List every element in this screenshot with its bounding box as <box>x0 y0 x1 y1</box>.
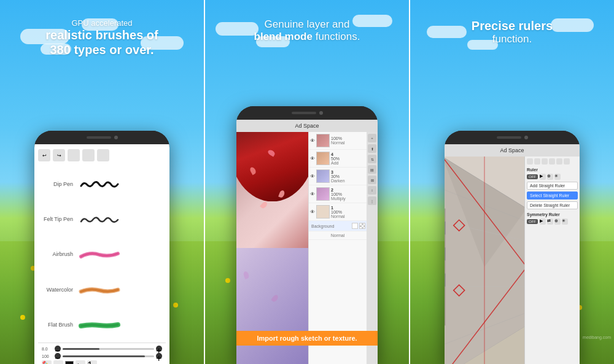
speaker <box>87 136 111 139</box>
si4[interactable]: ✳ <box>562 219 568 225</box>
ri2[interactable]: ⊕ <box>547 174 553 180</box>
ri1[interactable]: ▶ <box>540 174 546 180</box>
layer-info: 2 100% Multiply <box>331 188 365 201</box>
panel2-content: Genuine layer andblend mode functions. A… <box>205 18 409 364</box>
brush-stroke-flat <box>78 320 166 330</box>
brush-name: Airbrush <box>38 251 78 257</box>
layer-row-2[interactable]: 👁 2 100% Multiply <box>309 185 367 203</box>
layer-info: 1 100% Normal <box>331 206 365 219</box>
brush-stroke-dip <box>78 179 166 189</box>
symmetry-section-label: Symmetry Ruler <box>527 212 578 217</box>
list-item: Airbrush <box>38 247 166 261</box>
undo-icon[interactable]: ↩ <box>38 149 50 161</box>
brush-name: Felt Tip Pen <box>38 216 78 222</box>
ruler-menu-item-add[interactable]: Add Straight Ruler <box>527 182 578 190</box>
layer-mode: Multiply <box>331 196 365 201</box>
tool-c[interactable]: ⇅ <box>368 155 376 163</box>
ad-space-label-2: Ad Space <box>236 120 378 132</box>
caption-small: GPU accelerated <box>45 18 158 28</box>
symmetry-icons: ▶ ⇄ ⊕ ✳ <box>540 219 568 225</box>
rtool5[interactable] <box>556 158 562 165</box>
ruler-icons: ▶ ⊕ ✳ <box>540 174 561 180</box>
color-swatch[interactable] <box>65 361 74 364</box>
ri3[interactable]: ✳ <box>554 174 561 180</box>
layer-row-4[interactable]: 👁 4 50% Add <box>309 150 367 168</box>
layer-row-bg[interactable]: Background <box>309 221 367 231</box>
size-fill <box>63 348 99 350</box>
eye-icon[interactable]: 👁 <box>310 174 315 179</box>
panel2-caption: Genuine layer andblend mode functions. <box>248 18 367 43</box>
rtool2[interactable] <box>534 158 540 165</box>
brush-toolbar: ↩ ↪ <box>38 149 166 161</box>
rtool6[interactable] <box>564 158 570 165</box>
background-label: Background <box>311 224 351 228</box>
eye-icon[interactable]: 👁 <box>310 156 315 161</box>
si1[interactable]: ▶ <box>540 219 546 225</box>
list-item: Felt Tip Pen <box>38 212 166 226</box>
symmetry-off-label[interactable]: OFF <box>527 219 538 224</box>
panel1-content: GPU accelerated realistic brushes of380 … <box>0 18 204 364</box>
opacity-track[interactable] <box>63 355 154 357</box>
caption-large-3: Precise rulers <box>472 18 553 33</box>
panel-rulers: Precise rulers function. Ad Space <box>410 0 614 364</box>
eye-icon[interactable]: 👁 <box>310 138 315 144</box>
tool-e[interactable]: ⊠ <box>368 176 376 184</box>
phone-screen-1: ↩ ↪ Dip Pen <box>34 144 169 364</box>
layer-row-normal: Normal <box>309 231 367 240</box>
tool-3[interactable] <box>68 149 80 161</box>
opacity-fill <box>63 355 145 357</box>
slider-plus[interactable]: + <box>156 346 162 352</box>
eye-icon[interactable]: 👁 <box>310 209 315 215</box>
eye-icon[interactable]: 👁 <box>310 192 315 197</box>
ruler-main <box>445 157 524 364</box>
rtool4[interactable] <box>549 158 555 165</box>
redo-icon[interactable]: ↪ <box>53 149 65 161</box>
layer-tool[interactable]: 1 <box>87 360 97 364</box>
opacity-slider-row: 100 − + <box>42 353 162 359</box>
layer-thumbnail <box>316 134 330 147</box>
camera <box>114 136 118 139</box>
tool-f[interactable]: ↕ <box>368 186 376 195</box>
tool-d[interactable]: ▤ <box>368 165 376 174</box>
layer-row-top[interactable]: 👁 100% Normal <box>309 132 367 150</box>
slider-plus2[interactable]: + <box>156 353 162 359</box>
svg-rect-11 <box>445 222 445 234</box>
layer-thumbnail <box>316 169 330 183</box>
layer-row-3[interactable]: 👁 3 30% Darken <box>309 168 367 185</box>
add-layer-tool[interactable]: + <box>368 134 376 142</box>
rtool1[interactable] <box>527 158 533 165</box>
ruler-off-label[interactable]: OFF <box>527 174 538 179</box>
layer-thumbnail <box>316 187 330 201</box>
tool-4[interactable] <box>82 149 95 161</box>
ruler-menu-item-delete[interactable]: Delete Straight Ruler <box>527 201 578 209</box>
caption-large: realistic brushes of380 types or over. <box>45 28 158 57</box>
divider-2 <box>409 0 410 364</box>
rtool3[interactable] <box>542 158 548 165</box>
phone-top-bar-3 <box>445 131 580 144</box>
bottom-tools: ✏️ ↓ 1 <box>42 360 162 364</box>
import-banner: Import rough sketch or texture. <box>236 331 378 346</box>
slider-minus[interactable]: − <box>55 346 61 352</box>
tool-b[interactable]: ⬆ <box>368 144 376 153</box>
petal <box>243 271 250 279</box>
layer-row-1[interactable]: 👁 1 100% Normal <box>309 203 367 221</box>
layer-pct: 100% <box>331 192 365 196</box>
panel3-content: Precise rulers function. Ad Space <box>410 18 614 364</box>
list-item: Flat Brush <box>38 318 166 331</box>
brush-list: Dip Pen Felt Tip Pen <box>38 166 166 343</box>
ruler-menu-item-select[interactable]: Select Straight Ruler <box>527 192 578 199</box>
size-track[interactable] <box>63 348 154 350</box>
tool-5[interactable] <box>97 149 109 161</box>
fill-tool[interactable]: ↓ <box>76 360 85 364</box>
list-item: Watercolor <box>38 283 166 296</box>
si2[interactable]: ⇄ <box>547 219 553 225</box>
anime-artwork-bottom <box>236 248 308 364</box>
ruler-section-label: Ruler <box>527 168 578 172</box>
slider-minus2[interactable]: − <box>55 353 61 359</box>
brush-tool[interactable]: ✏️ <box>42 360 52 364</box>
eraser-tool[interactable] <box>53 360 63 364</box>
speaker2 <box>292 112 316 114</box>
tool-g[interactable]: ⋮ <box>368 196 376 205</box>
ruler-toolbar <box>527 158 578 165</box>
si3[interactable]: ⊕ <box>554 219 561 225</box>
